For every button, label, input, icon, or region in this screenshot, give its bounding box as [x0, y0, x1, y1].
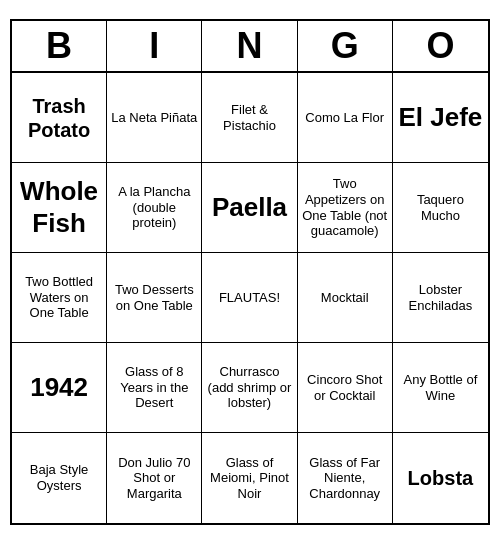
- grid-cell-1-1: A la Plancha (double protein): [107, 163, 202, 253]
- header-letter: G: [298, 21, 393, 71]
- grid-cell-2-1: Two Desserts on One Table: [107, 253, 202, 343]
- header-letter: O: [393, 21, 488, 71]
- grid-cell-0-4: El Jefe: [393, 73, 488, 163]
- grid-cell-4-1: Don Julio 70 Shot or Margarita: [107, 433, 202, 523]
- grid-cell-1-3: Two Appetizers on One Table (not guacamo…: [298, 163, 393, 253]
- grid-cell-2-0: Two Bottled Waters on One Table: [12, 253, 107, 343]
- grid-cell-2-3: Mocktail: [298, 253, 393, 343]
- header-letter: B: [12, 21, 107, 71]
- grid-cell-0-1: La Neta Piñata: [107, 73, 202, 163]
- grid-cell-4-3: Glass of Far Niente, Chardonnay: [298, 433, 393, 523]
- grid-cell-3-0: 1942: [12, 343, 107, 433]
- grid-cell-2-2: FLAUTAS!: [202, 253, 297, 343]
- header-letter: I: [107, 21, 202, 71]
- grid-cell-1-2: Paella: [202, 163, 297, 253]
- grid-cell-3-3: Cincoro Shot or Cocktail: [298, 343, 393, 433]
- grid-cell-1-0: Whole Fish: [12, 163, 107, 253]
- grid-cell-0-0: Trash Potato: [12, 73, 107, 163]
- grid-cell-0-3: Como La Flor: [298, 73, 393, 163]
- grid-cell-4-2: Glass of Meiomi, Pinot Noir: [202, 433, 297, 523]
- bingo-card: BINGO Trash PotatoLa Neta PiñataFilet & …: [10, 19, 490, 525]
- grid-cell-2-4: Lobster Enchiladas: [393, 253, 488, 343]
- grid-cell-3-2: Churrasco (add shrimp or lobster): [202, 343, 297, 433]
- grid-cell-3-1: Glass of 8 Years in the Desert: [107, 343, 202, 433]
- bingo-header: BINGO: [12, 21, 488, 73]
- grid-cell-1-4: Taquero Mucho: [393, 163, 488, 253]
- grid-cell-4-0: Baja Style Oysters: [12, 433, 107, 523]
- grid-cell-0-2: Filet & Pistachio: [202, 73, 297, 163]
- grid-cell-4-4: Lobsta: [393, 433, 488, 523]
- grid-cell-3-4: Any Bottle of Wine: [393, 343, 488, 433]
- header-letter: N: [202, 21, 297, 71]
- bingo-grid: Trash PotatoLa Neta PiñataFilet & Pistac…: [12, 73, 488, 523]
